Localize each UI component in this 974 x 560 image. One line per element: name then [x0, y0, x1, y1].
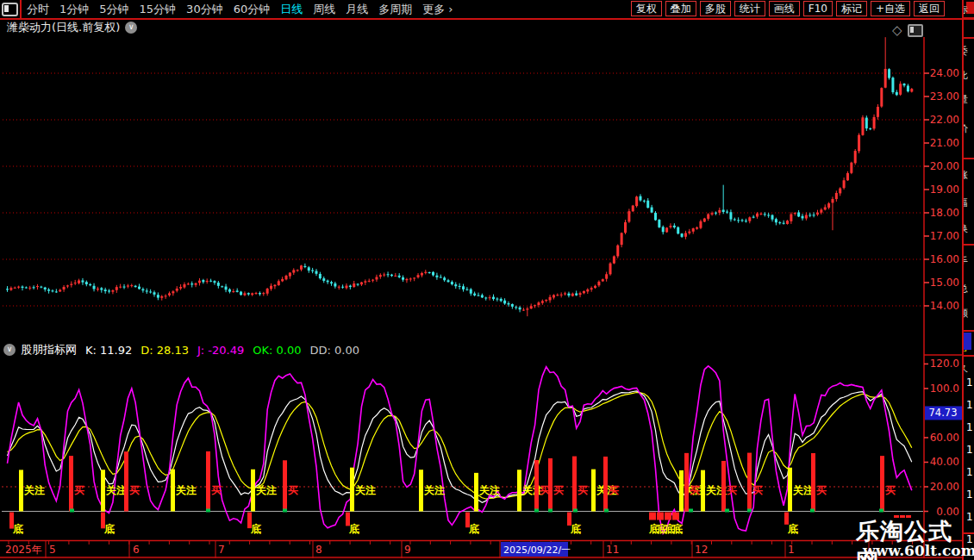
- svg-text:19.00: 19.00: [930, 184, 959, 196]
- svg-text:关注: 关注: [478, 484, 500, 496]
- svg-text:22.00: 22.00: [930, 114, 959, 126]
- svg-text:60.00: 60.00: [930, 432, 959, 444]
- svg-text:买: 买: [690, 484, 700, 496]
- svg-text:关注: 关注: [792, 484, 814, 496]
- clipped-digit: 1: [966, 421, 973, 433]
- svg-text:买: 买: [816, 484, 827, 496]
- svg-text:15.00: 15.00: [930, 277, 959, 289]
- svg-text:买: 买: [553, 484, 564, 496]
- svg-text:17.00: 17.00: [930, 230, 959, 242]
- clipped-glyph: 手: [962, 255, 974, 268]
- clipped-glyph: 幅: [962, 196, 974, 209]
- svg-text:买: 买: [578, 484, 588, 496]
- clipped-glyph: 换: [962, 222, 974, 235]
- svg-text:买: 买: [609, 484, 619, 496]
- svg-text:24.00: 24.00: [930, 67, 959, 79]
- oscillator-axis: 120.0100.060.0040.0020.000.0074.73: [924, 358, 962, 517]
- strip-separator: [964, 37, 974, 39]
- strip-separator: [964, 158, 974, 159]
- clipped-digit: 1: [966, 466, 973, 478]
- svg-text:100.0: 100.0: [930, 383, 959, 395]
- clipped-digit: 1: [966, 376, 973, 389]
- svg-text:买: 买: [74, 484, 84, 496]
- svg-text:买: 买: [727, 484, 737, 496]
- svg-text:1: 1: [788, 544, 795, 556]
- svg-text:关注: 关注: [23, 484, 45, 496]
- svg-text:底: 底: [787, 523, 798, 535]
- svg-text:7: 7: [218, 544, 225, 556]
- svg-text:关注: 关注: [255, 484, 277, 496]
- kdj-lines: [8, 366, 912, 533]
- indicator-field: J: -20.49: [197, 344, 244, 357]
- svg-text:5: 5: [49, 544, 56, 556]
- svg-text:底: 底: [348, 523, 359, 535]
- time-axis: 2025年56789111212025/09/22/一: [0, 541, 962, 560]
- svg-text:40.00: 40.00: [930, 456, 959, 468]
- strip-separator: [964, 244, 974, 246]
- clipped-glyph: 总: [962, 283, 974, 296]
- svg-text:23.00: 23.00: [930, 90, 959, 103]
- svg-text:底: 底: [12, 523, 23, 535]
- svg-text:买: 买: [211, 484, 222, 496]
- clipped-digit: 1: [966, 399, 973, 411]
- svg-text:6: 6: [133, 544, 140, 556]
- svg-text:20.00: 20.00: [930, 481, 959, 493]
- watermark-url: www.60lt.com: [863, 542, 974, 559]
- svg-text:14.00: 14.00: [930, 300, 959, 312]
- clipped-glyph: 额: [962, 307, 974, 320]
- svg-text:8: 8: [315, 544, 322, 556]
- svg-text:20.00: 20.00: [930, 160, 959, 172]
- indicator-values: K: 11.92D: 28.13J: -20.49OK: 0.00DD: 0.0…: [85, 344, 368, 357]
- chevron-down-icon[interactable]: ∨: [3, 344, 16, 356]
- svg-text:买: 买: [288, 484, 298, 496]
- svg-text:买: 买: [885, 484, 896, 496]
- chart-canvas[interactable]: 关注关注关注关注关注关注关注关注关注关注关注关注买买买买买买买买买买买买买底底底…: [0, 0, 974, 560]
- indicator-header: ∨ 股朋指标网 K: 11.92D: 28.13J: -20.49OK: 0.0…: [3, 342, 368, 358]
- indicator-field: D: 28.13: [140, 344, 189, 357]
- indicator-name: 股朋指标网: [21, 342, 77, 358]
- svg-text:底: 底: [468, 523, 479, 535]
- svg-text:74.73: 74.73: [929, 407, 958, 419]
- svg-text:21.00: 21.00: [930, 137, 959, 149]
- clipped-digit: 1: [966, 444, 973, 456]
- indicator-field: DD: 0.00: [310, 344, 359, 357]
- clipped-glyph: 久: [962, 362, 974, 375]
- svg-text:关注: 关注: [175, 484, 197, 496]
- svg-text:16.00: 16.00: [930, 253, 959, 265]
- strip-separator: [964, 330, 974, 332]
- svg-text:11: 11: [606, 544, 619, 556]
- app-window: 分时1分钟5分钟15分钟30分钟60分钟日线周线月线多周期更多 › 复权叠加多股…: [0, 0, 974, 560]
- svg-text:2025/09/22/一: 2025/09/22/一: [503, 544, 571, 556]
- svg-text:底: 底: [570, 523, 581, 535]
- svg-text:底: 底: [250, 523, 261, 535]
- svg-text:关注: 关注: [354, 484, 376, 496]
- svg-text:12: 12: [695, 544, 708, 556]
- strip-separator: [964, 17, 974, 19]
- svg-text:9: 9: [404, 544, 411, 556]
- svg-text:18.00: 18.00: [930, 207, 959, 219]
- price-axis: 24.0023.0022.0021.0020.0019.0018.0017.00…: [924, 67, 959, 312]
- strip-highlight: [964, 333, 971, 350]
- clipped-glyph: 价: [962, 122, 974, 135]
- right-edge-strip: 标委比量价涨幅换手总额自久11111111: [962, 0, 974, 560]
- clipped-digit: 1: [966, 488, 973, 501]
- svg-text:关注: 关注: [105, 484, 127, 496]
- clipped-glyph: 比: [962, 69, 974, 82]
- candlestick-series: [6, 37, 913, 316]
- svg-text:120.0: 120.0: [930, 358, 959, 370]
- svg-text:底: 底: [103, 523, 115, 535]
- svg-text:2025年: 2025年: [5, 544, 42, 556]
- indicator-field: OK: 0.00: [253, 344, 301, 357]
- clipped-glyph: 委: [962, 45, 974, 58]
- clipped-glyph: 量: [962, 93, 974, 106]
- strip-separator: [964, 355, 974, 357]
- svg-text:买: 买: [129, 484, 140, 496]
- svg-text:关注: 关注: [423, 484, 445, 496]
- clipped-glyph: 涨: [962, 169, 974, 182]
- svg-text:底: 底: [671, 523, 683, 535]
- svg-text:买: 买: [752, 484, 763, 496]
- indicator-field: K: 11.92: [85, 344, 132, 357]
- clipped-glyph: 标: [962, 3, 974, 16]
